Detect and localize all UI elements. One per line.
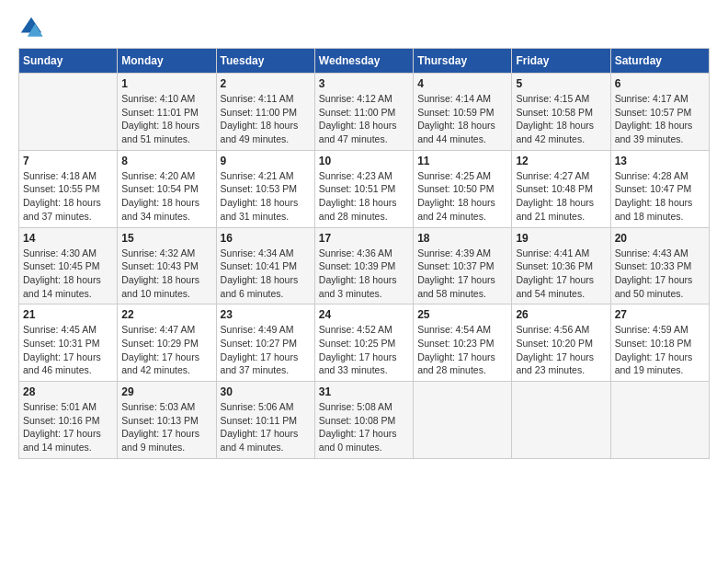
day-number: 31 [319,385,409,398]
calendar-cell-w5-d3: 31Sunrise: 5:08 AM Sunset: 10:08 PM Dayl… [314,382,413,459]
day-info: Sunrise: 5:03 AM Sunset: 10:13 PM Daylig… [121,400,211,454]
calendar-cell-w2-d6: 13Sunrise: 4:28 AM Sunset: 10:47 PM Dayl… [610,150,709,227]
header-thursday: Thursday [414,49,512,74]
day-number: 15 [121,232,211,245]
calendar-header-row: SundayMondayTuesdayWednesdayThursdayFrid… [19,49,710,74]
day-info: Sunrise: 4:59 AM Sunset: 10:18 PM Daylig… [615,323,705,377]
day-info: Sunrise: 5:01 AM Sunset: 10:16 PM Daylig… [23,400,113,454]
calendar-cell-w2-d1: 8Sunrise: 4:20 AM Sunset: 10:54 PM Dayli… [118,150,216,227]
day-info: Sunrise: 5:08 AM Sunset: 10:08 PM Daylig… [319,400,409,454]
calendar-cell-w5-d6 [610,382,709,459]
day-number: 26 [516,308,606,321]
calendar-cell-w2-d3: 10Sunrise: 4:23 AM Sunset: 10:51 PM Dayl… [314,150,413,227]
day-info: Sunrise: 4:28 AM Sunset: 10:47 PM Daylig… [615,169,705,224]
day-number: 19 [516,232,606,245]
header-saturday: Saturday [610,49,709,74]
calendar-cell-w1-d2: 2Sunrise: 4:11 AM Sunset: 11:00 PM Dayli… [216,74,314,151]
day-number: 27 [615,308,705,321]
day-info: Sunrise: 4:25 AM Sunset: 10:50 PM Daylig… [417,169,507,224]
logo [18,15,48,40]
header-friday: Friday [512,49,610,74]
day-info: Sunrise: 4:10 AM Sunset: 11:01 PM Daylig… [121,92,211,146]
day-info: Sunrise: 4:20 AM Sunset: 10:54 PM Daylig… [121,169,211,224]
day-number: 7 [23,155,113,167]
day-info: Sunrise: 4:17 AM Sunset: 10:57 PM Daylig… [615,92,705,146]
calendar-cell-w5-d0: 28Sunrise: 5:01 AM Sunset: 10:16 PM Dayl… [19,382,118,459]
calendar-cell-w4-d0: 21Sunrise: 4:45 AM Sunset: 10:31 PM Dayl… [19,304,118,382]
calendar-cell-w4-d5: 26Sunrise: 4:56 AM Sunset: 10:20 PM Dayl… [512,304,610,382]
day-number: 28 [23,385,113,398]
day-info: Sunrise: 5:06 AM Sunset: 10:11 PM Daylig… [221,400,311,454]
calendar-cell-w1-d4: 4Sunrise: 4:14 AM Sunset: 10:59 PM Dayli… [414,74,512,151]
calendar-cell-w4-d6: 27Sunrise: 4:59 AM Sunset: 10:18 PM Dayl… [610,304,709,382]
day-number: 29 [121,385,211,398]
week-row-5: 28Sunrise: 5:01 AM Sunset: 10:16 PM Dayl… [19,382,710,459]
header-wednesday: Wednesday [314,49,413,74]
calendar-cell-w4-d4: 25Sunrise: 4:54 AM Sunset: 10:23 PM Dayl… [414,304,512,382]
header-sunday: Sunday [19,49,118,74]
calendar-cell-w3-d0: 14Sunrise: 4:30 AM Sunset: 10:45 PM Dayl… [19,227,118,304]
header-monday: Monday [118,49,216,74]
day-info: Sunrise: 4:32 AM Sunset: 10:43 PM Daylig… [121,247,211,301]
day-info: Sunrise: 4:54 AM Sunset: 10:23 PM Daylig… [417,323,507,377]
calendar-table: SundayMondayTuesdayWednesdayThursdayFrid… [18,48,710,459]
calendar-cell-w5-d1: 29Sunrise: 5:03 AM Sunset: 10:13 PM Dayl… [118,382,216,459]
day-info: Sunrise: 4:49 AM Sunset: 10:27 PM Daylig… [221,323,311,377]
day-info: Sunrise: 4:14 AM Sunset: 10:59 PM Daylig… [417,92,507,146]
calendar-cell-w2-d2: 9Sunrise: 4:21 AM Sunset: 10:53 PM Dayli… [216,150,314,227]
day-info: Sunrise: 4:41 AM Sunset: 10:36 PM Daylig… [516,247,606,301]
day-number: 30 [221,385,311,398]
day-info: Sunrise: 4:47 AM Sunset: 10:29 PM Daylig… [121,323,211,377]
day-info: Sunrise: 4:39 AM Sunset: 10:37 PM Daylig… [417,247,507,301]
day-info: Sunrise: 4:27 AM Sunset: 10:48 PM Daylig… [516,169,606,224]
day-info: Sunrise: 4:30 AM Sunset: 10:45 PM Daylig… [23,247,113,301]
day-number: 8 [121,155,211,167]
day-info: Sunrise: 4:15 AM Sunset: 10:58 PM Daylig… [516,92,606,146]
calendar-cell-w5-d5 [512,382,610,459]
day-number: 14 [23,232,113,245]
day-info: Sunrise: 4:45 AM Sunset: 10:31 PM Daylig… [23,323,113,377]
day-info: Sunrise: 4:23 AM Sunset: 10:51 PM Daylig… [319,169,409,224]
header-tuesday: Tuesday [216,49,314,74]
calendar-cell-w1-d1: 1Sunrise: 4:10 AM Sunset: 11:01 PM Dayli… [118,74,216,151]
calendar-cell-w1-d5: 5Sunrise: 4:15 AM Sunset: 10:58 PM Dayli… [512,74,610,151]
calendar-cell-w3-d5: 19Sunrise: 4:41 AM Sunset: 10:36 PM Dayl… [512,227,610,304]
day-number: 4 [417,77,507,90]
calendar-cell-w1-d0 [19,74,118,151]
day-info: Sunrise: 4:56 AM Sunset: 10:20 PM Daylig… [516,323,606,377]
day-number: 2 [221,77,311,90]
calendar-cell-w3-d2: 16Sunrise: 4:34 AM Sunset: 10:41 PM Dayl… [216,227,314,304]
day-number: 10 [319,155,409,167]
day-number: 9 [221,155,311,167]
day-number: 24 [319,308,409,321]
calendar-cell-w3-d4: 18Sunrise: 4:39 AM Sunset: 10:37 PM Dayl… [414,227,512,304]
day-number: 16 [221,232,311,245]
week-row-1: 1Sunrise: 4:10 AM Sunset: 11:01 PM Dayli… [19,74,710,151]
week-row-3: 14Sunrise: 4:30 AM Sunset: 10:45 PM Dayl… [19,227,710,304]
calendar-cell-w2-d5: 12Sunrise: 4:27 AM Sunset: 10:48 PM Dayl… [512,150,610,227]
day-number: 1 [121,77,211,90]
day-info: Sunrise: 4:18 AM Sunset: 10:55 PM Daylig… [23,169,113,224]
day-number: 5 [516,77,606,90]
calendar-cell-w1-d3: 3Sunrise: 4:12 AM Sunset: 11:00 PM Dayli… [314,74,413,151]
day-info: Sunrise: 4:52 AM Sunset: 10:25 PM Daylig… [319,323,409,377]
calendar-cell-w5-d2: 30Sunrise: 5:06 AM Sunset: 10:11 PM Dayl… [216,382,314,459]
calendar-cell-w1-d6: 6Sunrise: 4:17 AM Sunset: 10:57 PM Dayli… [610,74,709,151]
page-header [18,15,710,40]
day-info: Sunrise: 4:36 AM Sunset: 10:39 PM Daylig… [319,247,409,301]
day-number: 12 [516,155,606,167]
day-number: 6 [615,77,705,90]
calendar-cell-w4-d1: 22Sunrise: 4:47 AM Sunset: 10:29 PM Dayl… [118,304,216,382]
day-number: 13 [615,155,705,167]
calendar-cell-w2-d0: 7Sunrise: 4:18 AM Sunset: 10:55 PM Dayli… [19,150,118,227]
calendar-cell-w4-d2: 23Sunrise: 4:49 AM Sunset: 10:27 PM Dayl… [216,304,314,382]
day-number: 3 [319,77,409,90]
day-info: Sunrise: 4:12 AM Sunset: 11:00 PM Daylig… [319,92,409,146]
day-number: 22 [121,308,211,321]
calendar-cell-w5-d4 [414,382,512,459]
calendar-cell-w3-d1: 15Sunrise: 4:32 AM Sunset: 10:43 PM Dayl… [118,227,216,304]
day-number: 11 [417,155,507,167]
day-info: Sunrise: 4:11 AM Sunset: 11:00 PM Daylig… [221,92,311,146]
day-number: 21 [23,308,113,321]
logo-icon [18,15,44,40]
